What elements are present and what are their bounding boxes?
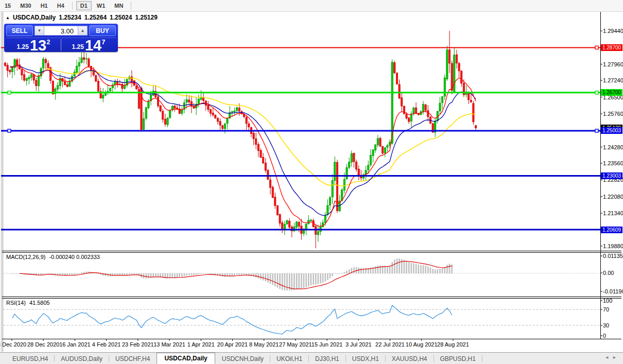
hline-handle[interactable]	[8, 129, 11, 132]
price-tick-label: 1.27240	[603, 77, 623, 83]
quote-high: 1.25264	[84, 14, 107, 21]
candles-layer	[4, 31, 476, 248]
level-price-badge: 1.26700	[601, 89, 622, 96]
moving-averages-layer	[10, 66, 476, 227]
sell-price-pipette: 2	[46, 38, 50, 46]
level-price-badge: 1.28700	[601, 44, 622, 51]
chart-canvas[interactable]	[0, 0, 623, 364]
toolbar-separator	[131, 2, 131, 10]
sell-price-button[interactable]: 1.25 13 2	[6, 38, 61, 52]
price-tick-label: 1.19880	[603, 243, 623, 249]
rsi-value: 41.5805	[29, 300, 50, 306]
pane-separator[interactable]	[2, 252, 621, 253]
buy-price-button[interactable]: 1.25 14 7	[61, 38, 116, 52]
price-tick-label: 1.21340	[603, 210, 623, 216]
buy-price-big: 14	[85, 39, 101, 52]
macd-values: -0.000240 0.002333	[49, 254, 99, 260]
price-tick-label: 1.23560	[603, 160, 623, 166]
buy-price-prefix: 1.25	[72, 43, 84, 50]
volume-input[interactable]: 3.00	[44, 26, 78, 36]
date-axis-label: 8 Dec 2020	[0, 341, 31, 348]
date-axis-label: 10 Aug 2021	[403, 341, 441, 348]
timeframe-button-15[interactable]: 15	[1, 1, 15, 10]
chart-tab-bar: EURUSD,H4AUDUSD,DailyUSDCHF,H4USDCAD,Dai…	[0, 352, 623, 364]
rsi-label-row: RSI(14) 41.5805	[6, 300, 50, 306]
hline-handle[interactable]	[595, 46, 598, 49]
price-tick-label: 1.22820	[603, 177, 623, 183]
tab-nav-arrows: ◄►	[604, 355, 620, 360]
hline-handle[interactable]	[595, 129, 598, 132]
price-axis-line	[600, 11, 601, 339]
pane-separator[interactable]	[2, 297, 621, 297]
volume-increase-icon[interactable]: ▲	[78, 26, 88, 36]
timeframe-button-D1[interactable]: D1	[76, 1, 92, 10]
timeframe-button-W1[interactable]: W1	[93, 1, 110, 10]
one-click-trading-widget: SELL ▼ 3.00 ▲ BUY 1.25 13 2 1.25 14 7	[4, 24, 118, 52]
date-axis-label: 15 Jun 2021	[308, 341, 346, 348]
rsi-axis-label: 0	[603, 333, 606, 339]
timeframe-button-MN[interactable]: MN	[110, 1, 127, 10]
timeframe-button-M30[interactable]: M30	[16, 1, 35, 10]
hlines-layer	[1, 46, 600, 230]
macd-label-row: MACD(12,26,9) -0.000240 0.002333	[6, 254, 100, 260]
date-axis-label: 22 Jul 2021	[371, 341, 409, 348]
window-frame-line	[1, 11, 2, 352]
date-axis-label: 1 Apr 2021	[182, 341, 220, 348]
date-axis-label: 28 Dec 2020	[24, 341, 62, 348]
chart-tab-UKOil[interactable]: UKOil,H1	[270, 353, 308, 364]
rsi-line	[12, 305, 452, 334]
price-tick-label: 1.25760	[603, 111, 623, 117]
pane-separator[interactable]	[2, 298, 621, 299]
sell-price-prefix: 1.25	[17, 43, 29, 50]
date-axis-label: 28 Aug 2021	[434, 341, 472, 348]
quote-close: 1.25129	[135, 14, 157, 21]
chart-tab-EURUSD[interactable]: EURUSD,H4	[6, 353, 54, 364]
chart-tab-USDX[interactable]: USDX,H1	[346, 353, 385, 364]
macd-axis-label: 0.01135	[603, 253, 623, 259]
sell-price-big: 13	[30, 39, 46, 52]
timeframe-button-H1[interactable]: H1	[37, 1, 52, 10]
chart-tab-USDCNH[interactable]: USDCNH,Daily	[216, 353, 270, 364]
toolbar-separator	[72, 2, 73, 10]
quote-low: 1.25024	[110, 14, 132, 21]
timeframe-toolbar: 15M30H1H4D1W1MN	[0, 0, 623, 12]
pane-separator[interactable]	[2, 251, 621, 251]
date-axis-label: 27 May 2021	[276, 341, 315, 348]
chart-tab-USDCHF[interactable]: USDCHF,H4	[109, 353, 156, 364]
symbol-period-label: USDCAD,Daily	[13, 14, 56, 21]
tab-scroll-left-icon[interactable]: ◄	[604, 355, 612, 360]
price-tick-label: 1.27960	[603, 61, 623, 67]
chart-tab-AUDUSD[interactable]: AUDUSD,Daily	[55, 353, 109, 364]
buy-button[interactable]: BUY	[89, 25, 116, 36]
date-axis-label: 23 Feb 2021	[119, 341, 157, 348]
macd-axis-label: 0.00	[603, 270, 614, 276]
timeframe-button-H4[interactable]: H4	[53, 1, 68, 10]
sell-button[interactable]: SELL	[6, 25, 33, 36]
last-price-badge: 1.25129	[601, 125, 622, 131]
hline-handle[interactable]	[8, 91, 11, 94]
chart-overlays: 1.294401.279601.272401.265001.257601.242…	[0, 0, 623, 364]
macd-axis-label: -0.01190	[603, 288, 623, 294]
level-price-badge: 1.25003	[601, 127, 622, 134]
date-axis-label: 3 Jul 2021	[339, 341, 377, 348]
volume-spinner: ▼ 3.00 ▲	[34, 26, 88, 36]
collapse-triangle-icon[interactable]: ▲	[6, 15, 10, 20]
macd-label: MACD(12,26,9)	[6, 254, 45, 260]
buy-price-pipette: 7	[101, 38, 105, 46]
chart-title: ▲ USDCAD,Daily 1.25234 1.25264 1.25024 1…	[6, 14, 158, 21]
volume-decrease-icon[interactable]: ▼	[34, 26, 44, 36]
rsi-label: RSI(14)	[6, 300, 26, 306]
chart-tab-GBPUSD[interactable]: GBPUSD,H1	[434, 353, 482, 364]
trading-terminal-window: 15M30H1H4D1W1MN ▲ USDCAD,Daily 1.25234 1…	[0, 0, 623, 364]
tab-scroll-right-icon[interactable]: ►	[612, 355, 620, 360]
date-axis-label: 16 Jan 2021	[56, 341, 94, 348]
date-axis-label: 20 Apr 2021	[213, 341, 251, 348]
chart-tab-DJ30[interactable]: DJ30,H1	[309, 353, 345, 364]
window-frame-line	[3, 11, 3, 352]
chart-tab-XAUUSD[interactable]: XAUUSD,H4	[386, 353, 434, 364]
price-tick-label: 1.26500	[603, 94, 623, 100]
hline-handle[interactable]	[595, 91, 598, 94]
chart-tab-USDCAD[interactable]: USDCAD,Daily	[157, 353, 215, 364]
date-axis-label: 8 May 2021	[245, 341, 283, 348]
quote-open: 1.25234	[59, 14, 81, 21]
